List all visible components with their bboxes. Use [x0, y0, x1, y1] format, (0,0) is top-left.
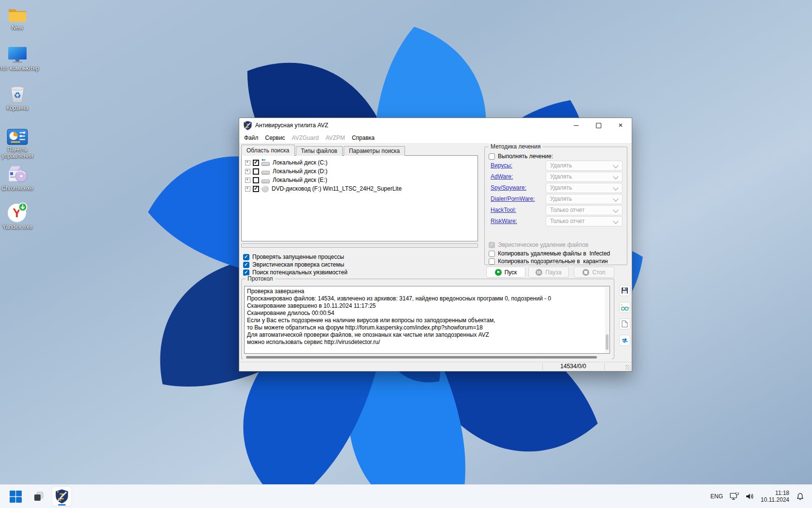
stop-icon — [582, 269, 589, 276]
drive-tree: Локальный диск (C:) Локальный диск (D:) — [241, 155, 478, 241]
riskware-link[interactable]: RiskWare: — [491, 218, 517, 224]
chevron-down-icon — [613, 185, 618, 190]
tree-row-disk-d[interactable]: Локальный диск (D:) — [242, 167, 478, 176]
chevron-down-icon — [613, 207, 618, 212]
clear-log-button[interactable] — [619, 318, 630, 329]
protocol-log[interactable]: Проверка завершена Просканировано файлов… — [244, 286, 610, 354]
checkbox-icon[interactable] — [243, 254, 249, 260]
menu-file[interactable]: Файл — [241, 134, 262, 142]
tree-row-dvd-f[interactable]: DVD-дисковод (F:) Win11_LTSC_24H2_SuperL… — [242, 184, 478, 193]
spyware-action-dropdown[interactable]: Удалять — [546, 183, 623, 193]
save-log-button[interactable] — [619, 285, 630, 296]
copy-deleted-checkbox-row[interactable]: Копировать удаляемые файлы в Infected — [489, 250, 610, 257]
log-vertical-scrollbar[interactable] — [605, 287, 609, 353]
svg-text:♻: ♻ — [14, 90, 21, 100]
view-analyze-button[interactable] — [619, 302, 630, 313]
close-button[interactable]: ✕ — [609, 118, 632, 133]
expand-toggle-icon[interactable] — [245, 186, 250, 192]
dialer-action-dropdown[interactable]: Удалять — [546, 194, 623, 204]
hacktool-link[interactable]: HackTool: — [491, 207, 516, 213]
checkbox-icon[interactable] — [489, 251, 495, 257]
checkbox-icon[interactable] — [243, 269, 249, 276]
play-icon — [495, 269, 502, 276]
log-line: Сканирование завершено в 10.11.2024 11:1… — [247, 302, 607, 310]
avz-shield-icon: Z — [244, 121, 252, 130]
checkbox-icon[interactable] — [489, 258, 495, 265]
disk-d-checkbox[interactable] — [253, 168, 259, 175]
dvd-f-checkbox[interactable] — [253, 186, 259, 192]
title-bar[interactable]: Z Антивирусная утилита AVZ ✕ — [239, 118, 632, 133]
language-indicator[interactable]: ENG — [710, 493, 723, 500]
option-check-processes[interactable]: Проверять запущенные процессы — [243, 254, 344, 260]
date: 10.11.2024 — [761, 496, 789, 503]
menu-help[interactable]: Справка — [348, 134, 378, 142]
checkbox-icon[interactable] — [489, 153, 495, 160]
network-icon[interactable] — [730, 493, 739, 500]
start-menu-button[interactable] — [6, 487, 25, 506]
status-bar: 14534/0/0 — [239, 362, 632, 371]
resize-grip[interactable] — [625, 365, 631, 370]
tree-row-disk-c[interactable]: Локальный диск (C:) — [242, 158, 478, 167]
start-button[interactable]: Пуск — [486, 267, 525, 278]
heuristic-delete-checkbox-row[interactable]: Эвристическое удаление файлов — [489, 241, 588, 248]
menu-bar: Файл Сервис AVZGuard AVZPM Справка — [239, 133, 632, 144]
menu-avzguard[interactable]: AVZGuard — [289, 134, 322, 142]
notification-bell-icon[interactable] — [796, 493, 804, 501]
desktop-icon-control-panel[interactable]: Панель управления — [0, 126, 39, 159]
tree-row-disk-e[interactable]: Локальный диск (E:) — [242, 176, 478, 184]
desktop-icon-recycle-bin[interactable]: ♻ Корзина — [0, 84, 39, 111]
tree-item-label: Локальный диск (C:) — [273, 159, 328, 166]
copy-suspicious-checkbox-row[interactable]: Копировать подозрительные в карантин — [489, 258, 608, 265]
expand-toggle-icon[interactable] — [245, 160, 250, 165]
log-line: Если у Вас есть подозрение на наличие ви… — [247, 317, 607, 324]
log-line: Сканирование длилось 00:00:54 — [247, 310, 607, 317]
stop-button[interactable]: Стоп — [574, 267, 614, 278]
glasses-icon — [621, 304, 629, 311]
tab-search-area[interactable]: Область поиска — [241, 145, 295, 156]
disk-icon — [261, 177, 270, 184]
checkbox-icon — [489, 242, 495, 248]
viruses-link[interactable]: Вирусы: — [491, 162, 512, 169]
option-vulnerability-search[interactable]: Поиск потенциальных уязвимостей — [243, 269, 348, 276]
adware-action-dropdown[interactable]: Удалять — [546, 172, 623, 182]
adware-link[interactable]: AdWare: — [491, 173, 513, 180]
chevron-down-icon — [613, 174, 618, 179]
protocol-group-title: Протокол — [246, 275, 275, 282]
task-view-button[interactable] — [29, 487, 48, 506]
minimize-button[interactable] — [565, 118, 587, 133]
checkbox-icon[interactable] — [243, 262, 249, 268]
protocol-group: Протокол Проверка завершена Просканирова… — [241, 279, 614, 359]
hacktool-action-dropdown[interactable]: Только отчет — [546, 205, 623, 215]
menu-avzpm[interactable]: AVZPM — [322, 134, 348, 142]
disk-c-checkbox[interactable] — [253, 160, 259, 166]
clock[interactable]: 11:18 10.11.2024 — [761, 490, 789, 503]
desktop-icon-chrome-installer[interactable]: Chrome.exe — [0, 164, 39, 192]
viruses-action-dropdown[interactable]: Удалять — [546, 161, 623, 171]
expand-toggle-icon[interactable] — [245, 178, 250, 183]
spyware-link[interactable]: Spy/Spyware: — [491, 184, 526, 191]
desktop-icon-label: Yandex.exe — [2, 224, 33, 230]
pause-button[interactable]: Пауза — [528, 267, 569, 278]
blank-document-icon — [622, 320, 628, 328]
desktop-icon-label: Корзина — [6, 105, 29, 111]
menu-service[interactable]: Сервис — [262, 134, 289, 142]
desktop-icon-this-pc[interactable]: Этот компьютер — [0, 45, 39, 72]
desktop-icon-new-folder[interactable]: New — [0, 4, 39, 31]
desktop-icon-yandex-installer[interactable]: Y Yandex.exe — [0, 203, 39, 230]
volume-icon[interactable] — [746, 493, 754, 500]
expand-toggle-icon[interactable] — [245, 169, 250, 174]
tab-search-params[interactable]: Параметры поиска — [344, 146, 405, 156]
avz-taskbar-button[interactable]: Z — [52, 487, 72, 506]
treatment-row-riskware: RiskWare: Только отчет — [491, 216, 623, 226]
disk-e-checkbox[interactable] — [253, 177, 259, 183]
perform-cure-checkbox-row[interactable]: Выполнять лечение: — [489, 153, 553, 160]
riskware-action-dropdown[interactable]: Только отчет — [546, 216, 623, 226]
log-horizontal-scrollbar[interactable] — [243, 355, 611, 359]
maximize-button[interactable] — [587, 118, 609, 133]
option-heuristic-check[interactable]: Эвристическая проверка системы — [243, 261, 344, 268]
tab-file-types[interactable]: Типы файлов — [296, 146, 343, 156]
desktop-icon-label: New — [12, 25, 23, 31]
log-line: то Вы можете обратиться на форум http://… — [247, 324, 607, 331]
web-service-button[interactable] — [619, 335, 630, 346]
dialer-link[interactable]: Dialer/PornWare: — [491, 195, 535, 202]
